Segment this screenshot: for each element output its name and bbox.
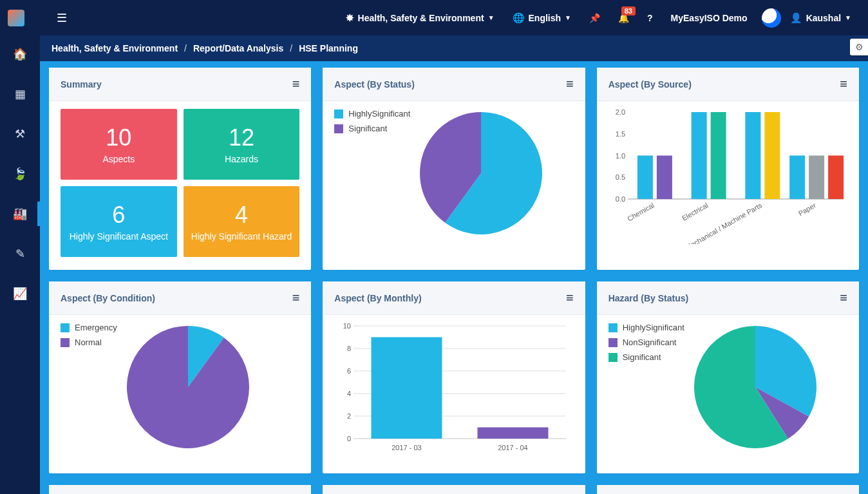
panel-aspect-monthly: Aspect (By Monthly) ≡ 02468102017 - 0320… [323, 281, 585, 473]
svg-text:10: 10 [343, 323, 351, 330]
panel-aspect-source: Aspect (By Source) ≡ 0.00.51.01.52.0Chem… [597, 68, 859, 270]
svg-rect-15 [789, 156, 805, 200]
svg-text:4: 4 [347, 390, 351, 397]
user-menu[interactable]: 👤 Kaushal ▼ [781, 12, 860, 24]
svg-text:1.5: 1.5 [615, 130, 625, 138]
sidebar-building[interactable]: ▦ [0, 87, 40, 101]
tile-label: Highly Significant Aspect [70, 231, 168, 242]
user-icon: 👤 [790, 12, 802, 24]
svg-text:2.0: 2.0 [615, 109, 625, 116]
summary-tile[interactable]: 12Hazards [184, 109, 300, 180]
legend-item: Emergency [61, 323, 117, 332]
panel-aspect-status: Aspect (By Status) ≡ HighlySignificantSi… [323, 68, 585, 270]
notifications-button[interactable]: 🔔 83 [609, 13, 638, 23]
tile-value: 4 [235, 202, 248, 229]
panel-summary: Summary ≡ 10Aspects12Hazards6Highly Sign… [49, 68, 311, 270]
svg-text:0: 0 [347, 435, 351, 442]
notif-badge: 83 [621, 6, 636, 15]
globe-icon: 🌐 [513, 12, 525, 24]
tenant-avatar[interactable] [762, 8, 781, 28]
pie-chart [124, 323, 252, 451]
page-settings-button[interactable]: ⚙ [850, 39, 868, 55]
logo [8, 10, 24, 26]
panel-hazard-status: Hazard (By Status) ≡ HighlySignificantNo… [597, 281, 859, 473]
panel-hazard-condition: Hazard (By Condition) ≡ [323, 485, 585, 494]
breadcrumb-b[interactable]: Report/Data Analysis [193, 43, 283, 53]
panel-title: Aspect (By Source) [609, 79, 692, 90]
sidebar: 🏠 ▦ ⚒ 🍃 🏭 ✎ 📈 [0, 35, 40, 494]
panel-menu-icon[interactable]: ≡ [292, 77, 300, 91]
legend-item: HighlySignificant [609, 323, 684, 332]
panel-menu-icon[interactable]: ≡ [566, 77, 574, 91]
svg-rect-16 [809, 156, 824, 200]
sidebar-gavel[interactable]: ⚒ [0, 127, 40, 141]
legend-item: Normal [61, 337, 117, 347]
gear-sun-icon: ✸ [346, 12, 354, 24]
panel-menu-icon[interactable]: ≡ [292, 290, 300, 305]
user-name: Kaushal [806, 13, 841, 23]
sidebar-home[interactable]: 🏠 [0, 47, 40, 61]
module-dropdown[interactable]: ✸ Health, Safety & Environment ▼ [337, 12, 504, 24]
panel-title: Aspect (By Monthly) [334, 293, 421, 303]
legend-item: Significant [334, 124, 410, 133]
content: Summary ≡ 10Aspects12Hazards6Highly Sign… [40, 61, 868, 494]
svg-text:Electrical: Electrical [681, 201, 710, 222]
svg-text:Paper: Paper [797, 201, 817, 217]
summary-tile[interactable]: 4Highly Significant Hazard [184, 186, 300, 257]
tile-label: Aspects [102, 154, 135, 164]
panel-menu-icon[interactable]: ≡ [840, 77, 847, 91]
bar-chart: 0.00.51.01.52.0ChemicalElectricalMechani… [609, 109, 847, 244]
breadcrumb: Health, Safety & Environment / Report/Da… [40, 35, 868, 61]
caret-down-icon: ▼ [488, 14, 495, 21]
pie-chart [691, 323, 820, 451]
panel-title: Hazard (By Status) [609, 293, 688, 303]
svg-rect-13 [764, 112, 780, 199]
sidebar-edit[interactable]: ✎ [0, 247, 40, 261]
language-label: English [529, 13, 561, 23]
sidebar-analytics[interactable]: 📈 [0, 287, 40, 301]
panel-menu-icon[interactable]: ≡ [840, 290, 847, 305]
tile-value: 10 [106, 124, 131, 151]
svg-text:2017 - 03: 2017 - 03 [392, 444, 422, 451]
breadcrumb-a[interactable]: Health, Safety & Environment [52, 43, 178, 53]
panel-title: Summary [61, 79, 102, 90]
tile-label: Hazards [225, 154, 258, 164]
panel-aspect-condition: Aspect (By Condition) ≡ EmergencyNormal [49, 281, 311, 473]
svg-rect-12 [745, 112, 760, 199]
topbar: ☰ ✸ Health, Safety & Environment ▼ 🌐 Eng… [0, 0, 868, 35]
breadcrumb-c: HSE Planning [299, 43, 358, 53]
svg-text:6: 6 [347, 367, 351, 375]
svg-rect-33 [478, 428, 549, 439]
tile-value: 6 [112, 202, 125, 229]
panel-title: Aspect (By Status) [334, 79, 414, 90]
panel-menu-icon[interactable]: ≡ [566, 290, 574, 305]
summary-tile[interactable]: 10Aspects [61, 109, 177, 180]
toggle-sidebar-icon[interactable]: ☰ [57, 11, 67, 25]
sidebar-leaf[interactable]: 🍃 [0, 167, 40, 181]
sidebar-industry[interactable]: 🏭 [0, 207, 40, 221]
pin-button[interactable]: 📌 [580, 13, 609, 23]
pin-icon: 📌 [589, 13, 600, 23]
svg-rect-6 [637, 156, 653, 200]
bar-chart: 02468102017 - 032017 - 04 [334, 323, 572, 458]
tile-label: Highly Significant Hazard [191, 231, 292, 242]
panel-hazard-source: Hazard (By Source) ≡ [49, 485, 311, 494]
tenant-label[interactable]: MyEasyISO Demo [662, 13, 757, 23]
svg-rect-17 [828, 156, 844, 200]
svg-text:0.0: 0.0 [615, 195, 625, 203]
svg-text:1.0: 1.0 [615, 152, 625, 160]
module-label: Health, Safety & Environment [358, 13, 484, 23]
panel-hazard-monthly: Hazard (By Monthly) ≡ [597, 485, 859, 494]
legend-item: HighlySignificant [334, 109, 410, 119]
svg-text:2017 - 04: 2017 - 04 [498, 444, 528, 451]
svg-rect-31 [372, 337, 442, 439]
language-dropdown[interactable]: 🌐 English ▼ [504, 12, 580, 24]
help-button[interactable]: ? [638, 13, 662, 23]
svg-text:Chemical: Chemical [626, 201, 656, 222]
help-icon: ? [647, 13, 653, 23]
tile-value: 12 [229, 124, 254, 151]
svg-text:2: 2 [347, 412, 351, 420]
legend-item: NonSignificant [609, 337, 684, 347]
summary-tile[interactable]: 6Highly Significant Aspect [61, 186, 177, 257]
svg-text:0.5: 0.5 [615, 173, 625, 181]
